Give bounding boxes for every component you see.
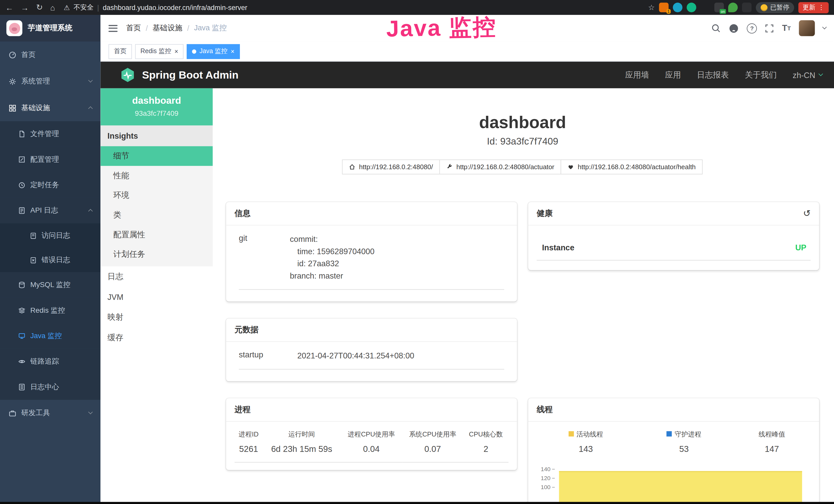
health-url-button[interactable]: http://192.168.0.2:48080/actuator/health	[561, 159, 702, 174]
timer-icon	[18, 181, 25, 189]
sidebar-item-mysql[interactable]: MySQL 监控	[0, 272, 101, 298]
sidebar-item-error-log[interactable]: 错误日志	[0, 248, 101, 272]
github-icon[interactable]	[729, 23, 739, 33]
sba-nav-wallboard[interactable]: 应用墙	[625, 70, 649, 80]
sba-item-environment[interactable]: 环境	[101, 186, 213, 205]
actuator-url-button[interactable]: http://192.168.0.2:48080/actuator	[439, 159, 562, 174]
home-button[interactable]: ⌂	[50, 3, 55, 12]
sidebar-item-infra[interactable]: 基础设施	[0, 95, 101, 121]
forward-button[interactable]: →	[21, 3, 29, 12]
search-icon[interactable]	[711, 23, 721, 33]
avatar-caret-icon[interactable]	[822, 25, 827, 30]
sidebar-item-system[interactable]: 系统管理	[0, 68, 101, 95]
reload-button[interactable]: ↻	[36, 3, 43, 12]
sba-nav-journal[interactable]: 日志报表	[697, 70, 729, 80]
sidebar-item-java[interactable]: Java 监控	[0, 323, 101, 349]
tab-home[interactable]: 首页	[108, 44, 132, 59]
history-icon[interactable]: ↺	[803, 209, 811, 218]
sba-language-select[interactable]: zh-CN	[793, 70, 822, 79]
tab-redis[interactable]: Redis 监控 ×	[135, 44, 184, 59]
puzzle-extension-icon[interactable]	[742, 3, 751, 12]
sidebar-item-log-center[interactable]: 日志中心	[0, 374, 101, 400]
font-size-icon[interactable]: TT	[782, 23, 791, 33]
url-text[interactable]: dashboard.yudao.iocoder.cn/infra/admin-s…	[103, 3, 247, 11]
switch-extension-icon[interactable]: on	[714, 3, 724, 12]
breadcrumb-home[interactable]: 首页	[126, 23, 141, 33]
sba-item-caches[interactable]: 缓存	[101, 328, 213, 348]
sidebar-item-label: 基础设施	[21, 103, 84, 113]
health-instance-row[interactable]: Instance UP	[536, 235, 810, 260]
sba-nav: 应用墙 应用 日志报表 关于我们 zh-CN	[625, 70, 822, 80]
more-icon[interactable]: ⋮	[818, 4, 825, 11]
sba-brand-title[interactable]: Spring Boot Admin	[142, 69, 239, 81]
sidebar-item-home[interactable]: 首页	[0, 42, 101, 68]
sidebar-item-access-log[interactable]: 访问日志	[0, 223, 101, 248]
monitor-icon	[18, 332, 25, 340]
sba-nav-applications[interactable]: 应用	[665, 70, 681, 80]
sba-item-jvm[interactable]: JVM	[101, 287, 213, 307]
sba-item-mappings[interactable]: 映射	[101, 307, 213, 328]
sba-item-scheduled-tasks[interactable]: 计划任务	[101, 245, 213, 265]
sidebar-item-label: 配置管理	[30, 155, 92, 164]
close-tab-icon[interactable]: ×	[231, 48, 235, 54]
breadcrumb-infra[interactable]: 基础设施	[153, 23, 182, 33]
sidebar-item-redis[interactable]: Redis 监控	[0, 298, 101, 323]
info-label: git	[239, 233, 290, 282]
sba-nav-about[interactable]: 关于我们	[745, 70, 777, 80]
page-instance-id: Id: 93a3fc7f7409	[226, 136, 819, 147]
address-bar[interactable]: ⚠ 不安全 | dashboard.yudao.iocoder.cn/infra…	[64, 3, 247, 12]
help-icon[interactable]: ?	[747, 23, 757, 33]
health-card: 健康 ↺ Instance UP	[528, 202, 819, 270]
drop-extension-icon[interactable]	[673, 3, 682, 12]
user-avatar[interactable]	[799, 20, 815, 36]
service-url-button[interactable]: http://192.168.0.2:48080/	[342, 159, 440, 174]
collapse-sidebar-button[interactable]	[108, 25, 117, 31]
tab-java[interactable]: Java 监控 ×	[187, 44, 240, 59]
card-title: 线程	[536, 405, 552, 415]
sidebar-item-jobs[interactable]: 定时任务	[0, 172, 101, 198]
pink-annotation-text: Java 监控	[386, 12, 497, 45]
chevron-down-icon	[88, 78, 93, 83]
col-header: 运行时间	[263, 425, 341, 442]
cell-value: 53	[635, 442, 733, 464]
fullscreen-icon[interactable]	[765, 24, 774, 32]
chevron-down-icon	[818, 72, 823, 76]
fox-extension-icon[interactable]: 1	[659, 3, 668, 12]
sidebar-item-config[interactable]: 配置管理	[0, 147, 101, 172]
col-header: 进程ID	[235, 425, 263, 442]
status-badge: UP	[795, 243, 806, 252]
infra-icon	[8, 104, 17, 112]
threads-value-row: 143 53 147	[536, 442, 810, 464]
sidebar-item-label: 链路追踪	[30, 357, 92, 366]
bookmark-star-icon[interactable]: ☆	[648, 3, 655, 12]
sidebar-item-api-log[interactable]: API 日志	[0, 198, 101, 223]
profile-paused-badge[interactable]: 已暂停	[756, 2, 794, 13]
sidebar-item-tracing[interactable]: 链路追踪	[0, 349, 101, 374]
legend-daemon-threads: 守护进程	[635, 425, 733, 442]
sidebar-item-files[interactable]: 文件管理	[0, 121, 101, 146]
health-url: http://192.168.0.2:48080/actuator/health	[578, 163, 696, 171]
sba-item-details[interactable]: 细节	[101, 146, 213, 166]
sba-item-logs[interactable]: 日志	[101, 266, 213, 287]
app-logo[interactable]: 芋道管理系统	[0, 15, 101, 42]
teal-extension-icon[interactable]	[686, 3, 696, 12]
sba-root-items: 日志 JVM 映射 缓存	[101, 266, 213, 348]
sba-item-classes[interactable]: 类	[101, 205, 213, 225]
back-button[interactable]: ←	[5, 3, 13, 12]
chevron-up-icon	[88, 209, 93, 214]
edit-doc-icon	[18, 156, 25, 163]
sidebar-item-devtools[interactable]: 研发工具	[0, 400, 101, 427]
cell-value: 6d 23h 15m 59s	[263, 442, 341, 462]
sba-item-metrics[interactable]: 性能	[101, 166, 213, 186]
instance-header[interactable]: dashboard 93a3fc7f7409	[101, 88, 213, 125]
metadata-value: 2021-04-27T00:44:31.254+08:00	[298, 349, 504, 362]
update-button[interactable]: 更新 ⋮	[798, 2, 829, 13]
leaf-extension-icon[interactable]	[728, 3, 738, 12]
close-tab-icon[interactable]: ×	[174, 48, 178, 54]
sidebar-item-label: Java 监控	[30, 331, 92, 341]
sidebar-item-label: MySQL 监控	[30, 280, 92, 290]
sba-item-configprops[interactable]: 配置属性	[101, 225, 213, 245]
paused-label: 已暂停	[770, 3, 790, 12]
sidebar-item-label: 研发工具	[21, 408, 84, 418]
security-label[interactable]: 不安全	[73, 3, 93, 12]
